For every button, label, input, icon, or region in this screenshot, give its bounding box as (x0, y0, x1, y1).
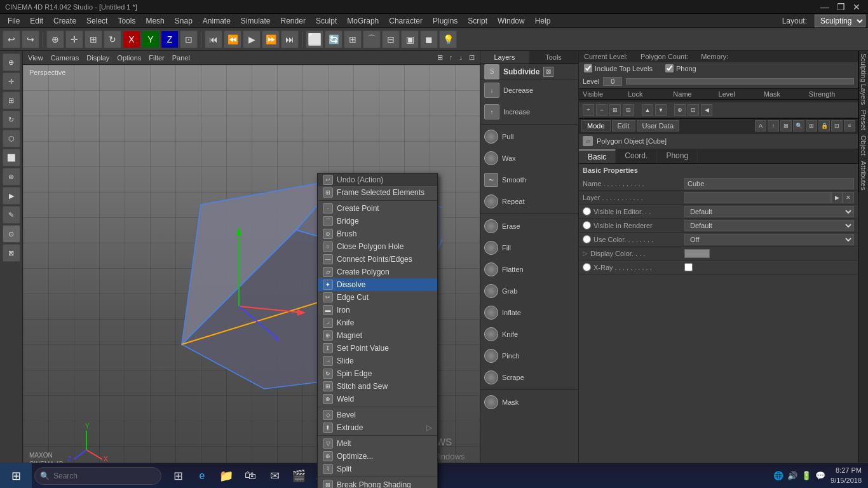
ctx-undo[interactable]: ↩ Undo (Action) (318, 173, 437, 186)
mask-tool[interactable]: Mask (480, 391, 578, 413)
expand-btn[interactable]: ⊠ (543, 67, 553, 77)
add-layer-btn[interactable]: + (583, 104, 594, 116)
increase-tool[interactable]: ↑ Increase (480, 101, 578, 123)
dup-layer-btn[interactable]: ⊞ (609, 104, 621, 116)
ls-sculpt[interactable]: ⊙ (3, 225, 20, 243)
basic-tab[interactable]: Basic (579, 149, 616, 163)
ctx-bevel[interactable]: ◇ Bevel (318, 409, 437, 421)
grid-btn[interactable]: ⊞ (344, 30, 362, 48)
taskbar-mail[interactable]: ✉ (263, 464, 286, 487)
menu-window[interactable]: Window (492, 15, 530, 27)
inflate-tool[interactable]: Inflate (480, 302, 578, 323)
render-region[interactable]: ⊟ (382, 30, 400, 48)
include-top-levels-check[interactable] (584, 64, 592, 72)
prop-display-color-box[interactable] (684, 249, 710, 258)
vp-cameras[interactable]: Cameras (48, 54, 82, 62)
y-axis-btn[interactable]: Y (142, 30, 159, 48)
tools-tab[interactable]: Tools (529, 51, 578, 64)
menu-animate[interactable]: Animate (198, 15, 236, 27)
ls-rotate[interactable]: ↻ (3, 111, 20, 128)
ls-anim[interactable]: ▶ (3, 187, 20, 205)
start-button[interactable]: ⊞ (0, 463, 32, 489)
menu-tools[interactable]: Tools (112, 15, 140, 27)
render-all[interactable]: ◼ (420, 30, 438, 48)
ls-cube[interactable]: ⬜ (3, 149, 20, 166)
vert-sculpting-layers[interactable]: Sculpting Layers (858, 51, 868, 107)
vp-nav2[interactable]: ↑ (447, 53, 456, 62)
pinch-tool[interactable]: Pinch (480, 345, 578, 367)
taskbar-cinema4d[interactable]: 🎬 (287, 464, 310, 487)
cube-btn[interactable]: ⬜ (306, 30, 323, 48)
rotate-tool[interactable]: ↻ (104, 30, 121, 48)
minimize-button[interactable]: — (820, 2, 829, 12)
prop-layer-input[interactable] (684, 192, 831, 203)
ctx-weld[interactable]: ⊗ Weld (318, 393, 437, 405)
menu-script[interactable]: Script (463, 15, 492, 27)
taskbar-explorer[interactable]: 📁 (215, 464, 238, 487)
vert-object[interactable]: Object (858, 133, 868, 158)
ctx-bridge[interactable]: ⌒ Bridge (318, 215, 437, 227)
vp-display[interactable]: Display (84, 54, 112, 62)
coord-tab[interactable]: Coord. (616, 149, 657, 163)
coord-btn[interactable]: ⊡ (180, 30, 198, 48)
vp-nav4[interactable]: ⊡ (466, 53, 477, 62)
undo-button[interactable]: ↩ (3, 30, 20, 48)
ls-extra[interactable]: ⊠ (3, 244, 20, 262)
ctx-iron[interactable]: ▬ Iron (318, 304, 437, 316)
ctx-spinedge[interactable]: ↻ Spin Edge (318, 367, 437, 380)
menu-render[interactable]: Render (276, 15, 311, 27)
layer-extra2[interactable]: ⊡ (688, 104, 699, 116)
prop-layer-btn[interactable]: ▶ (831, 192, 843, 203)
ctx-knife[interactable]: ⌿ Knife (318, 316, 437, 329)
vp-filter[interactable]: Filter (146, 54, 166, 62)
attr-icon7[interactable]: ⊡ (831, 120, 843, 132)
menu-file[interactable]: File (3, 15, 25, 27)
ctx-close-poly[interactable]: ○ Close Polygon Hole (318, 240, 437, 253)
layout-dropdown[interactable]: Sculpting (815, 15, 865, 27)
prop-name-input[interactable] (684, 178, 854, 189)
vert-preset[interactable]: Preset (858, 107, 868, 133)
ctx-edge-cut[interactable]: ✂ Edge Cut (318, 291, 437, 304)
play-back[interactable]: ⏮ (205, 30, 222, 48)
menu-create[interactable]: Create (48, 15, 81, 27)
taskbar-task-view[interactable]: ⊞ (166, 464, 189, 487)
visible-editor-radio[interactable] (583, 207, 591, 215)
use-color-radio[interactable] (583, 235, 591, 243)
attr-icon3[interactable]: ⊠ (780, 120, 792, 132)
ctx-break-phong[interactable]: ⊠ Break Phong Shading (318, 478, 437, 488)
wax-tool[interactable]: Wax (480, 147, 578, 169)
menu-simulate[interactable]: Simulate (236, 15, 276, 27)
grab-tool[interactable]: Grab (480, 280, 578, 302)
decrease-tool[interactable]: ↓ Decrease (480, 79, 578, 101)
ctx-setpoint[interactable]: ↧ Set Point Value (318, 342, 437, 355)
ctx-extrude[interactable]: ⬆ Extrude ▷ (318, 421, 437, 434)
fill-tool[interactable]: Fill (480, 237, 578, 259)
layer-up-btn[interactable]: ▲ (642, 104, 653, 116)
vp-options[interactable]: Options (114, 54, 144, 62)
redo-button[interactable]: ↪ (22, 30, 39, 48)
menu-plugins[interactable]: Plugins (428, 15, 463, 27)
viewport-canvas[interactable]: Perspective (23, 65, 480, 488)
level-input[interactable] (603, 77, 622, 86)
loop-btn[interactable]: 🔄 (325, 30, 342, 48)
phong-check[interactable] (665, 64, 674, 72)
taskbar-battery-icon[interactable]: 🔋 (801, 471, 811, 480)
ctx-magnet[interactable]: ⊕ Magnet (318, 329, 437, 342)
taskbar-volume-icon[interactable]: 🔊 (787, 471, 797, 480)
vert-attributes[interactable]: Attributes (858, 158, 868, 193)
attr-icon1[interactable]: A (755, 120, 766, 132)
edit-btn[interactable]: Edit (612, 120, 635, 132)
taskbar-edge[interactable]: e (191, 464, 214, 487)
pull-tool[interactable]: Pull (480, 126, 578, 147)
prop-layer-clear[interactable]: ✕ (843, 192, 854, 203)
phong-tab[interactable]: Phong (657, 149, 698, 163)
ctx-stitch[interactable]: ⊞ Stitch and Sew (318, 380, 437, 393)
xray-radio[interactable] (583, 263, 591, 271)
scrape-tool[interactable]: Scrape (480, 367, 578, 388)
ctx-split[interactable]: ⌇ Split (318, 463, 437, 475)
ctx-melt[interactable]: ▽ Melt (318, 437, 437, 450)
visible-render-radio[interactable] (583, 221, 591, 229)
attr-icon2[interactable]: ↑ (768, 120, 779, 132)
scale-tool[interactable]: ⊞ (85, 30, 102, 48)
prop-visible-render-select[interactable]: Default (684, 220, 854, 231)
